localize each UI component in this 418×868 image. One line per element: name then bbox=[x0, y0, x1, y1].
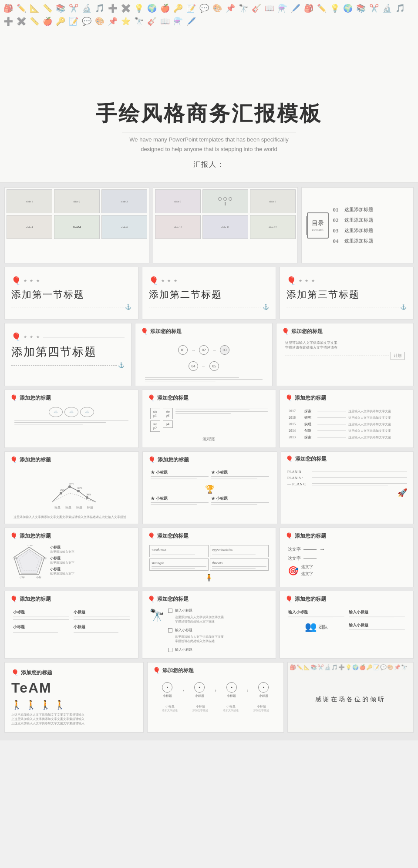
process-row: ● 小标题 › ● 小标题 › ● 小标题 › ● 小标题 bbox=[153, 678, 278, 703]
proc-l-1: 小标题添加文字描述 bbox=[162, 704, 178, 713]
doodle-33: ✖️ bbox=[17, 17, 26, 26]
thumb-2[interactable]: slide 2 bbox=[54, 189, 100, 213]
proc-circle-2: ● bbox=[194, 682, 205, 693]
section-4: 🎈 ★ ★ ★ 添加第四节标题 ⚓ bbox=[4, 323, 131, 386]
doodle-11: 💡 bbox=[134, 3, 144, 13]
thumb-6[interactable]: slide 6 bbox=[101, 215, 147, 239]
sg-1-title: 小标题 bbox=[13, 609, 69, 615]
direction-body: 这文字 → 这文字 🎯 这文字 这文字 bbox=[285, 543, 408, 579]
section-1-content: 🎈 ★ ★ ★ 添加第一节标题 ⚓ bbox=[5, 267, 138, 319]
proc-arr-1: › bbox=[182, 687, 184, 693]
dir-label-1: 这文字 bbox=[301, 564, 405, 570]
figure-3: 🚶 bbox=[40, 700, 51, 710]
flowchart-cell: 🎈 添加您的标题 step1 step2 step3 p4 bbox=[142, 390, 276, 448]
flowchart-label: 流程图 bbox=[148, 436, 270, 442]
thumb-8[interactable] bbox=[202, 189, 248, 213]
svg-text:标题: 标题 bbox=[87, 506, 93, 509]
checklist-header: 🎈 添加您的标题 bbox=[148, 595, 270, 603]
thumb-9[interactable]: slide 9 bbox=[250, 189, 296, 213]
checklist-cell: 🎈 添加您的标题 🔭 输入小标题 这里添加输入人文字供添加文字文案字描述请在此处… bbox=[142, 591, 276, 659]
target-icon: 🎯 bbox=[288, 565, 299, 576]
section-1-title: 添加第一节标题 bbox=[11, 288, 131, 301]
sg-1-ph bbox=[13, 616, 69, 620]
radar-cell: 🎈 添加您的标题 标题 标题 标题 标题 bbox=[4, 451, 139, 524]
ph-s3 bbox=[175, 411, 268, 412]
doodle-40: 📌 bbox=[108, 17, 118, 26]
balloon-icon-16: 🎈 bbox=[10, 595, 17, 603]
svg-point-2 bbox=[77, 490, 80, 492]
doodle-37: 📝 bbox=[69, 17, 78, 26]
thumb-5[interactable]: TeAM bbox=[54, 215, 100, 239]
flow-placeholder bbox=[141, 377, 267, 381]
year-2014: 2014 bbox=[289, 429, 302, 433]
hero-sub-line1: We have many PowerPoint templates that h… bbox=[129, 136, 288, 143]
smgrid-header: 🎈 添加您的标题 bbox=[10, 595, 133, 603]
figure-1: 🚶 bbox=[11, 700, 22, 710]
year-2013: 2013 bbox=[289, 435, 302, 439]
proc-l-4: 小标题添加文字描述 bbox=[253, 704, 269, 713]
team-cell-title: 添加您的标题 bbox=[21, 669, 52, 676]
balloon-icon-13: 🎈 bbox=[10, 532, 17, 540]
plan-b-label: PLAN B bbox=[287, 470, 309, 474]
ph-ti-3 bbox=[151, 480, 209, 480]
flow-num-4: 04 bbox=[189, 361, 198, 371]
check-sub-2: 这里添加输入人文字供添加文字文案字描述请在此处输入文字描述 bbox=[175, 635, 269, 643]
small-item-2: ★ 小标题 bbox=[211, 470, 269, 480]
smgrid-body: 小标题 小标题 小标题 bbox=[10, 606, 133, 636]
thumb-7[interactable]: slide 7 bbox=[155, 189, 201, 213]
slide-row-sections-1: 🎈 ★ ★ ★ 添加第一节标题 ⚓ 🎈 ★ ★ ★ 添加第二节标题 bbox=[4, 267, 414, 320]
ph-pa-1 bbox=[312, 477, 407, 478]
dir-row-1: 这文字 → bbox=[288, 546, 405, 553]
svg-text:小标: 小标 bbox=[36, 576, 41, 579]
doodle-3: 📐 bbox=[30, 3, 39, 13]
slide-row-7: 🎈 添加您的标题 小标题 小标题 小标题 bbox=[4, 591, 414, 659]
cloud-2: ☁️ bbox=[64, 407, 78, 417]
thumb-12[interactable]: slide 12 bbox=[250, 215, 296, 239]
small-title-2: ★ 小标题 bbox=[211, 470, 269, 475]
thumbnails-left: slide 1 slide 2 slide 3 slide 4 TeAM sli… bbox=[4, 187, 149, 263]
year-label-3: 实现 bbox=[304, 422, 315, 427]
flow-num-2: 02 bbox=[199, 345, 209, 355]
teamgrid-body: 输入小标题 输入小标题 👥 团队 输入小标题 bbox=[285, 606, 408, 634]
svg-text:60%: 60% bbox=[78, 487, 82, 489]
thumb-10[interactable]: slide 10 bbox=[155, 215, 201, 239]
swot-w: weakness bbox=[149, 545, 209, 557]
plan-cell: 🎈 添加您的标题 PLAN B PLAN A : bbox=[281, 451, 414, 524]
swot-header: 🎈 添加您的标题 bbox=[148, 532, 270, 540]
svg-text:标题: 标题 bbox=[76, 506, 82, 509]
sg-2-ph bbox=[74, 616, 130, 620]
diamond-labels: 小标题这里添加输入文字 小标题这里添加输入文字 小标题这里添加输入文字 bbox=[50, 545, 131, 580]
section-4-deco: 🎈 ★ ★ ★ bbox=[11, 332, 125, 342]
dir-row-2: 这文字 bbox=[288, 555, 405, 562]
section-4-content: 🎈 ★ ★ ★ 添加第四节标题 ⚓ bbox=[5, 323, 131, 377]
doodle-46: 🖊️ bbox=[186, 17, 196, 26]
ph-line-2 bbox=[145, 379, 263, 380]
small-ph-4 bbox=[211, 502, 269, 505]
check-text-3: 输入小标题 bbox=[175, 647, 192, 652]
balloon-icon-18: 🎈 bbox=[285, 595, 293, 603]
balloon-icon-14: 🎈 bbox=[148, 532, 155, 540]
check-box-3 bbox=[168, 648, 172, 652]
thumb-3[interactable]: slide 3 bbox=[101, 189, 147, 213]
flow-cell: 🎈 添加您的标题 01 → 02 → 03 04 ← 05 bbox=[135, 323, 273, 386]
thumb-11[interactable]: slide 11 bbox=[202, 215, 248, 239]
ph-pb-2 bbox=[312, 473, 388, 473]
doodle-39: 🎨 bbox=[95, 17, 104, 26]
sg-2: 小标题 bbox=[72, 608, 131, 621]
tg-br-title: 输入小标题 bbox=[349, 622, 405, 628]
flowchart-title: 添加您的标题 bbox=[157, 394, 189, 402]
team-illus-header: 🎈 添加您的标题 bbox=[148, 456, 271, 464]
sg-3: 小标题 bbox=[12, 623, 71, 634]
pentagon-svg: 小标 小标 小标 小标 小标 bbox=[12, 545, 47, 580]
thumb-1[interactable]: slide 1 bbox=[7, 189, 52, 213]
toc-num-3: 03 bbox=[333, 227, 342, 234]
year-list: 2017 探索 这里输入人文字供添加文字文案 2016 研究 这里输入人文字供添… bbox=[285, 405, 408, 443]
plan-a-label: PLAN A : bbox=[287, 476, 309, 480]
team-center-label: 团队 bbox=[318, 624, 328, 630]
small-title-4: ★ 小标题 bbox=[211, 496, 269, 501]
thumb-4[interactable]: slide 4 bbox=[7, 215, 52, 239]
diamond-title: 添加您的标题 bbox=[20, 532, 51, 540]
proc-4: ● 小标题 bbox=[258, 682, 269, 698]
section-3-title: 添加第三节标题 bbox=[287, 288, 407, 301]
toc-text-4: 这里添加标题 bbox=[344, 238, 373, 244]
